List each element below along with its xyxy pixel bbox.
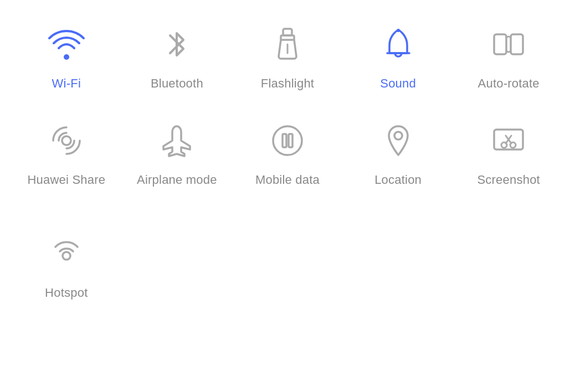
tile-flashlight[interactable]: Flashlight (232, 17, 343, 96)
huawei-share-icon (44, 118, 89, 163)
bluetooth-icon (155, 22, 199, 66)
location-label: Location (374, 173, 422, 187)
airplane-mode-label: Airplane mode (137, 173, 217, 187)
svg-rect-8 (283, 134, 286, 147)
autorotate-label: Auto-rotate (478, 76, 540, 91)
tile-mobile-data[interactable]: Mobile data (232, 113, 343, 193)
sound-icon (376, 22, 420, 66)
hotspot-label: Hotspot (45, 286, 88, 300)
tile-autorotate[interactable]: Auto-rotate (453, 17, 564, 96)
mobile-data-icon (265, 118, 310, 163)
bluetooth-label: Bluetooth (151, 76, 203, 91)
sound-label: Sound (380, 76, 416, 91)
location-icon (376, 118, 420, 163)
tile-bluetooth[interactable]: Bluetooth (122, 17, 233, 96)
quick-settings-grid: Wi-Fi Bluetooth Flashlight (0, 0, 575, 226)
svg-rect-9 (289, 134, 292, 147)
huawei-share-label: Huawei Share (27, 173, 105, 187)
svg-point-6 (62, 136, 71, 145)
svg-point-16 (63, 252, 70, 260)
hotspot-icon (44, 231, 89, 276)
tile-airplane-mode[interactable]: Airplane mode (122, 113, 233, 193)
svg-point-7 (273, 126, 302, 155)
tile-hotspot[interactable]: Hotspot (11, 226, 122, 306)
quick-settings-row3: Hotspot (0, 226, 575, 306)
tile-screenshot[interactable]: Screenshot (453, 113, 564, 193)
svg-point-10 (394, 132, 402, 140)
screenshot-label: Screenshot (477, 173, 540, 187)
svg-rect-5 (511, 34, 523, 54)
tile-sound[interactable]: Sound (343, 17, 454, 96)
svg-rect-4 (494, 34, 506, 54)
airplane-mode-icon (155, 118, 199, 163)
screenshot-icon (486, 118, 531, 163)
svg-point-3 (397, 29, 400, 32)
flashlight-label: Flashlight (261, 76, 314, 91)
wifi-icon (44, 22, 89, 66)
mobile-data-label: Mobile data (255, 173, 320, 187)
wifi-label: Wi-Fi (52, 76, 81, 91)
flashlight-icon (265, 22, 310, 66)
svg-rect-0 (283, 29, 292, 35)
autorotate-icon (486, 22, 531, 66)
svg-rect-1 (281, 35, 294, 40)
tile-wifi[interactable]: Wi-Fi (11, 17, 122, 96)
tile-huawei-share[interactable]: Huawei Share (11, 113, 122, 193)
tile-location[interactable]: Location (343, 113, 454, 193)
